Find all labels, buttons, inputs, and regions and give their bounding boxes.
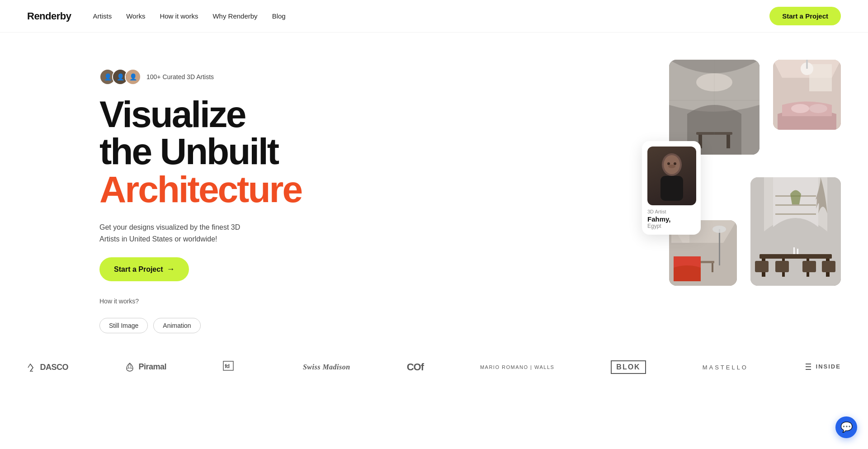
nav-artists[interactable]: Artists [93,12,112,20]
svg-point-2 [667,162,670,165]
interior-image-bottom-right [750,177,841,286]
navbar-left: Renderby Artists Works How it works Why … [27,10,286,22]
artist-badge: 👤 👤 👤 100+ Curated 3D Artists [99,69,362,85]
nav-how-it-works[interactable]: How it works [160,12,198,20]
logo-dasco-text: DASCO [27,363,68,372]
logo-inside: INSIDE [805,362,841,372]
hero-title-line1: Visualize [99,94,245,135]
avatar-group: 👤 👤 👤 [99,69,141,85]
logo-fd: fd [223,361,246,373]
svg-rect-22 [719,229,720,265]
logo-mastello-text: MASTELLO [703,364,748,371]
arch-svg-4 [750,177,841,286]
logo[interactable]: Renderby [27,10,71,22]
logo-swiss-madison: Swiss Madison [303,363,350,371]
svg-point-23 [712,226,726,233]
interior-image-top-right [773,60,841,130]
navbar: Renderby Artists Works How it works Why … [0,0,868,33]
hero-section: 👤 👤 👤 100+ Curated 3D Artists Visualize … [0,33,868,351]
svg-rect-41 [793,247,795,254]
logo-cof-text: COf [407,361,424,373]
artist-photo-svg [654,151,690,201]
svg-rect-17 [806,60,808,69]
logo-piramal: Piramal [125,362,166,372]
svg-rect-37 [755,261,769,272]
nav-links: Artists Works How it works Why Renderby … [93,12,285,20]
hero-title: Visualize the Unbuilt [99,96,362,170]
nav-works[interactable]: Works [126,12,145,20]
logo-mario-romano: MARIO ROMANO | WALLS [480,364,554,370]
logo-fd-text: fd [223,361,246,373]
filter-still-image[interactable]: Still Image [99,318,148,333]
svg-rect-30 [775,204,816,206]
artist-location: Egypt [647,223,695,229]
arrow-icon: → [166,265,175,274]
svg-rect-10 [726,135,730,148]
avatar-3: 👤 [125,69,141,85]
logo-blok: BLOK [611,360,646,374]
avatar-face-3: 👤 [126,70,140,84]
logo-swiss-madison-text: Swiss Madison [303,363,350,371]
svg-rect-38 [775,261,789,272]
nav-why-renderby[interactable]: Why Renderby [212,12,257,20]
hero-content: 👤 👤 👤 100+ Curated 3D Artists Visualize … [99,60,362,333]
svg-rect-40 [822,261,835,272]
svg-text:fd: fd [225,363,230,369]
artist-card: 3D Artist Fahmy, Egypt [642,141,701,235]
interior-image-top-left [669,60,760,155]
logo-dasco: DASCO [27,363,68,372]
svg-rect-26 [712,263,713,272]
svg-rect-29 [775,213,816,215]
artist-name: Fahmy, [647,215,695,223]
hero-cta-button[interactable]: Start a Project → [99,257,189,281]
artist-photo [647,147,696,205]
filter-animation[interactable]: Animation [153,318,200,333]
artist-role: 3D Artist [647,209,695,214]
svg-point-19 [809,104,827,113]
hero-title-accent: Architecture [99,170,362,209]
dasco-icon [27,363,36,372]
hero-cta-label: Start a Project [114,265,163,274]
logo-piramal-text: Piramal [125,362,166,372]
logo-mastello: MASTELLO [703,364,748,371]
logo-inside-text: INSIDE [805,362,841,372]
svg-point-4 [668,165,675,168]
hero-image-grid: 3D Artist Fahmy, Egypt [642,60,841,286]
navbar-cta-button[interactable]: Start a Project [769,7,841,25]
svg-point-3 [674,162,676,165]
nav-blog[interactable]: Blog [272,12,286,20]
svg-rect-39 [802,261,816,272]
svg-point-18 [791,104,809,113]
svg-rect-42 [797,249,798,254]
arch-svg-1 [669,60,760,155]
svg-rect-32 [760,254,832,259]
filter-pills: Still Image Animation [99,318,362,333]
hero-subtitle: Get your designs visualized by the fines… [99,222,244,245]
logo-cof: COf [407,361,424,373]
logos-section: DASCO Piramal fd Swiss Madison COf MARIO… [0,351,868,392]
logo-mario-romano-text: MARIO ROMANO | WALLS [480,364,554,370]
hero-title-line2: the Unbuilt [99,131,278,172]
svg-rect-5 [660,176,683,201]
image-grid-container: 3D Artist Fahmy, Egypt [642,60,841,286]
how-it-works-link[interactable]: How it works? [99,298,139,305]
inside-icon [805,362,812,372]
fd-logo-svg: fd [223,361,246,371]
logo-blok-text: BLOK [611,360,646,374]
badge-text: 100+ Curated 3D Artists [146,73,214,80]
piramal-icon [125,362,135,372]
arch-svg-2 [773,60,841,130]
